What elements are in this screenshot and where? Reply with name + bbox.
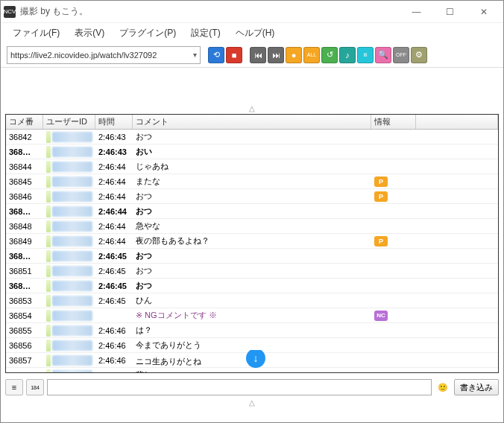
cell-time: 2:46:44 bbox=[95, 206, 133, 217]
table-row[interactable]: 368532:46:45ひん bbox=[6, 293, 498, 308]
toolbar-teal1-button[interactable]: ♪ bbox=[339, 47, 356, 63]
table-row[interactable]: 368…2:46:45おつ bbox=[6, 249, 498, 264]
table-row[interactable]: 368…2:46:45おつ bbox=[6, 279, 498, 293]
cell-uid bbox=[43, 279, 95, 293]
toolbar-teal2-button[interactable]: iii bbox=[357, 47, 374, 63]
cell-time: 2:46:43 bbox=[95, 132, 133, 142]
col-no[interactable]: コメ番 bbox=[6, 115, 43, 129]
user-id-blurred bbox=[52, 266, 92, 276]
emoji-icon[interactable]: 🙂 bbox=[435, 379, 451, 395]
cell-uid bbox=[43, 369, 95, 373]
col-extra[interactable] bbox=[416, 115, 498, 129]
menu-settings[interactable]: 設定(T) bbox=[185, 24, 226, 42]
table-row[interactable]: 368442:46:44じゃあね bbox=[6, 159, 498, 174]
comment-table: コメ番 ユーザーID 時間 コメント 情報 368422:46:43おつ368…… bbox=[5, 114, 499, 373]
cell-info bbox=[371, 300, 416, 302]
cell-uid bbox=[43, 324, 95, 337]
list-mode-button[interactable]: ≡ bbox=[5, 379, 23, 395]
cell-info bbox=[371, 270, 416, 272]
cell-comment: おつ bbox=[133, 249, 371, 262]
cell-no: 368… bbox=[6, 251, 43, 261]
user-id-blurred bbox=[52, 221, 92, 232]
cell-uid bbox=[43, 160, 95, 174]
cell-info bbox=[371, 151, 416, 153]
user-id-blurred bbox=[52, 325, 92, 336]
maximize-button[interactable]: ☐ bbox=[433, 1, 467, 22]
col-info[interactable]: 情報 bbox=[371, 115, 416, 129]
cell-comment: ※ NGコメントです ※ bbox=[133, 309, 371, 322]
anon-184-button[interactable]: 184 bbox=[26, 379, 44, 395]
comment-input[interactable] bbox=[47, 379, 432, 395]
user-id-blurred bbox=[52, 370, 92, 373]
user-id-blurred bbox=[52, 340, 92, 351]
user-id-blurred bbox=[52, 176, 92, 187]
cell-info bbox=[371, 285, 416, 287]
premium-badge: P bbox=[374, 236, 388, 247]
table-row[interactable]: 368492:46:44夜の部もあるよね？P bbox=[6, 234, 498, 249]
table-row[interactable]: 368482:46:44急やな bbox=[6, 219, 498, 234]
cell-info: NC bbox=[371, 309, 416, 322]
toolbar-all-button[interactable]: ALL bbox=[303, 47, 320, 63]
cell-info bbox=[371, 330, 416, 331]
col-time[interactable]: 時間 bbox=[95, 115, 133, 129]
cell-extra bbox=[416, 255, 498, 257]
cell-uid bbox=[43, 175, 95, 188]
cell-comment: またな bbox=[133, 175, 371, 188]
ng-badge: NC bbox=[374, 311, 388, 321]
chevron-down-icon: ▾ bbox=[193, 51, 197, 59]
cell-info bbox=[371, 360, 416, 361]
cell-time: 2:46:46 bbox=[95, 340, 133, 351]
toolbar-search-button[interactable]: 🔍 bbox=[375, 47, 391, 63]
menu-help[interactable]: ヘルプ(H) bbox=[230, 24, 281, 42]
toolbar-off-button[interactable]: OFF bbox=[393, 47, 409, 63]
menu-file[interactable]: ファイル(F) bbox=[7, 24, 66, 42]
table-row[interactable]: 368452:46:44またなP bbox=[6, 174, 498, 189]
cell-time: 2:46:45 bbox=[95, 251, 133, 261]
submit-button[interactable]: 書き込み bbox=[454, 379, 499, 395]
cell-no: 36844 bbox=[6, 162, 43, 172]
table-row[interactable]: 368552:46:46は？ bbox=[6, 323, 498, 338]
toolbar-orange1-button[interactable]: ● bbox=[286, 47, 302, 63]
toolbar-disconnect-button[interactable]: ■ bbox=[226, 47, 242, 63]
toolbar-green1-button[interactable]: ↺ bbox=[321, 47, 338, 63]
cell-comment: は？ bbox=[133, 324, 371, 337]
cell-extra bbox=[416, 300, 498, 302]
table-row[interactable]: 368…2:46:44おつ bbox=[6, 204, 498, 219]
url-dropdown[interactable]: https://live2.nicovideo.jp/watch/lv32709… bbox=[7, 46, 201, 64]
table-row[interactable]: 368…2:46:43おい bbox=[6, 144, 498, 159]
toolbar-prev-button[interactable]: ⏮ bbox=[250, 47, 266, 63]
col-uid[interactable]: ユーザーID bbox=[43, 115, 95, 129]
toolbar-connect-button[interactable]: ⟲ bbox=[208, 47, 224, 63]
cell-no: 368… bbox=[6, 206, 43, 217]
cell-time: 2:46:46 bbox=[95, 355, 133, 366]
table-row[interactable]: 36854※ NGコメントです ※NC bbox=[6, 308, 498, 323]
table-body[interactable]: 368422:46:43おつ368…2:46:43おい368442:46:44じ… bbox=[6, 130, 498, 372]
toolbar-gear-button[interactable]: ⚙ bbox=[411, 47, 427, 63]
col-comment[interactable]: コメント bbox=[133, 115, 371, 129]
toolbar-next-button[interactable]: ⏭ bbox=[268, 47, 284, 63]
table-row[interactable]: 368512:46:45おつ bbox=[6, 264, 498, 279]
minimize-button[interactable]: — bbox=[400, 1, 433, 22]
close-button[interactable]: ✕ bbox=[467, 1, 500, 22]
user-id-blurred bbox=[52, 206, 92, 217]
menu-view[interactable]: 表示(V) bbox=[69, 24, 110, 42]
cell-uid bbox=[43, 145, 95, 159]
collapse-up-icon[interactable]: △ bbox=[249, 104, 255, 112]
cell-info: P bbox=[371, 235, 416, 247]
table-row[interactable]: 368462:46:44おつP bbox=[6, 189, 498, 204]
window-title: 撮影 by もこう。 bbox=[20, 5, 400, 18]
scroll-down-icon[interactable]: ↓ bbox=[246, 350, 265, 368]
cell-uid bbox=[43, 339, 95, 352]
cell-uid bbox=[43, 235, 95, 248]
table-row[interactable]: 368582:46:46悲しい bbox=[6, 368, 498, 372]
cell-comment: おい bbox=[133, 145, 371, 158]
cell-comment: 悲しい bbox=[133, 369, 371, 372]
menu-plugin[interactable]: プラグイン(P) bbox=[113, 24, 182, 42]
table-row[interactable]: 368422:46:43おつ bbox=[6, 130, 498, 144]
cell-time bbox=[95, 315, 133, 317]
table-row[interactable]: 368572:46:46ニコ生ありがとね↓ bbox=[6, 353, 498, 368]
cell-time: 2:46:45 bbox=[95, 266, 133, 276]
cell-info: P bbox=[371, 191, 416, 203]
user-id-blurred bbox=[52, 162, 92, 172]
collapse-down-icon[interactable]: △ bbox=[1, 398, 503, 410]
